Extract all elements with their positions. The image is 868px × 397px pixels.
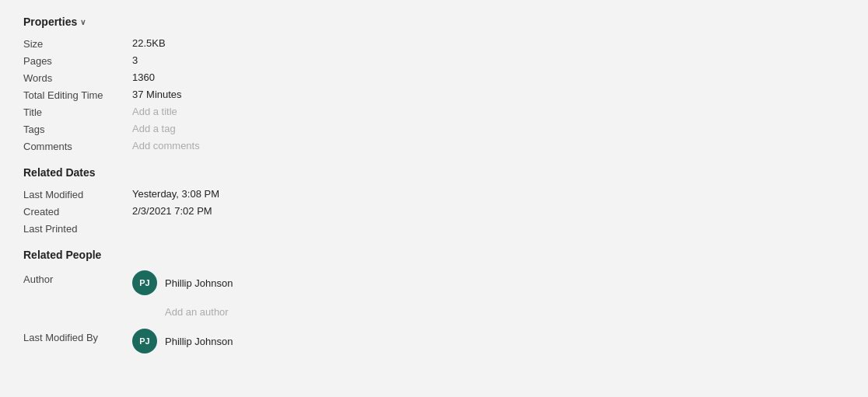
property-row-last-modified: Last Modified Yesterday, 3:08 PM [23, 188, 521, 200]
last-modified-by-person-row: PJ Phillip Johnson [132, 329, 233, 353]
author-content: PJ Phillip Johnson Add an author [132, 270, 233, 324]
property-label-title: Title [23, 106, 132, 118]
related-dates-section: Related Dates Last Modified Yesterday, 3… [23, 166, 521, 235]
last-modified-by-avatar-initials: PJ [139, 336, 149, 346]
property-label-pages: Pages [23, 54, 132, 67]
property-value-tags[interactable]: Add a tag [132, 123, 176, 134]
property-label-comments: Comments [23, 140, 132, 152]
properties-chevron-icon: ∨ [80, 18, 86, 26]
property-value-words: 1360 [132, 71, 155, 83]
property-label-size: Size [23, 37, 132, 50]
last-modified-by-label: Last Modified By [23, 329, 132, 343]
related-dates-title: Related Dates [23, 166, 521, 179]
author-person-row: PJ Phillip Johnson [132, 270, 233, 295]
author-name: Phillip Johnson [165, 277, 233, 289]
related-dates-title-label: Related Dates [23, 166, 96, 179]
property-row-last-printed: Last Printed [23, 222, 521, 235]
property-row-comments[interactable]: Comments Add comments [23, 140, 521, 152]
property-label-editing-time: Total Editing Time [23, 89, 132, 101]
last-modified-by-avatar: PJ [132, 329, 157, 353]
author-avatar: PJ [132, 270, 157, 295]
property-value-editing-time: 37 Minutes [132, 89, 182, 100]
property-row-created: Created 2/3/2021 7:02 PM [23, 205, 521, 218]
properties-rows: Size 22.5KB Pages 3 Words 1360 Total Edi… [23, 37, 521, 152]
author-row: Author PJ Phillip Johnson Add an author [23, 270, 521, 324]
last-modified-by-name: Phillip Johnson [165, 336, 233, 347]
property-label-tags: Tags [23, 123, 132, 135]
related-people-title-label: Related People [23, 249, 101, 261]
property-value-created: 2/3/2021 7:02 PM [132, 205, 212, 217]
properties-panel: Properties ∨ Size 22.5KB Pages 3 Words 1… [0, 0, 544, 385]
properties-section-title[interactable]: Properties ∨ [23, 16, 521, 28]
property-label-created: Created [23, 205, 132, 218]
property-value-last-modified: Yesterday, 3:08 PM [132, 188, 219, 200]
author-avatar-initials: PJ [139, 278, 149, 287]
properties-title-label: Properties [23, 16, 77, 28]
property-value-size: 22.5KB [132, 37, 166, 49]
property-value-pages: 3 [132, 54, 138, 66]
property-label-last-printed: Last Printed [23, 222, 132, 235]
property-label-last-modified: Last Modified [23, 188, 132, 200]
related-people-title: Related People [23, 249, 521, 261]
property-value-title[interactable]: Add a title [132, 106, 177, 117]
property-value-comments[interactable]: Add comments [132, 140, 200, 151]
property-row-title[interactable]: Title Add a title [23, 106, 521, 118]
property-row-editing-time: Total Editing Time 37 Minutes [23, 89, 521, 101]
property-label-words: Words [23, 71, 132, 84]
last-modified-by-content: PJ Phillip Johnson [132, 329, 233, 358]
add-author-link[interactable]: Add an author [165, 306, 233, 318]
related-people-section: Related People Author PJ Phillip Johnson… [23, 249, 521, 358]
last-modified-by-row: Last Modified By PJ Phillip Johnson [23, 329, 521, 358]
property-row-pages: Pages 3 [23, 54, 521, 67]
author-label: Author [23, 270, 132, 285]
property-row-words: Words 1360 [23, 71, 521, 84]
property-row-size: Size 22.5KB [23, 37, 521, 50]
property-row-tags[interactable]: Tags Add a tag [23, 123, 521, 135]
